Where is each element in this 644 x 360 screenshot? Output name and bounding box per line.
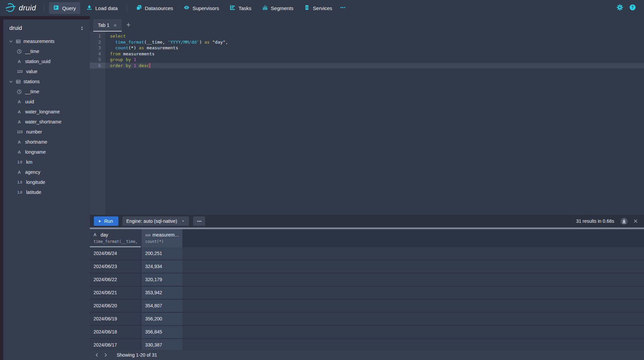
run-button-label: Run: [104, 218, 113, 224]
tree-column-km[interactable]: 1.0km: [3, 157, 90, 167]
nav-item-label: Supervisors: [192, 5, 219, 11]
tree-column-shortname[interactable]: Ashortname: [3, 137, 90, 147]
nav-item-tasks[interactable]: Tasks: [225, 2, 255, 14]
line-number: 2: [90, 39, 105, 45]
tree-table-label: measurements: [23, 39, 55, 44]
run-bar: Run Engine: auto (sql-native) 31 results…: [90, 215, 644, 227]
tree-column-water-longname[interactable]: Awater_longname: [3, 107, 90, 117]
tree-column-value[interactable]: 123value: [3, 66, 90, 76]
string-type-icon: A: [17, 119, 22, 124]
prev-page-button[interactable]: [93, 351, 101, 359]
query-more-button[interactable]: [193, 216, 205, 226]
nav-item-supervisors[interactable]: Supervisors: [179, 2, 223, 14]
plus-icon: [126, 22, 131, 29]
nav-item-query[interactable]: Query: [49, 2, 80, 14]
nav-item-services[interactable]: Services: [300, 2, 337, 14]
cell-measurements[interactable]: 356,845: [141, 326, 182, 339]
tree-column-label: __time: [25, 89, 39, 94]
download-results-button[interactable]: [620, 217, 628, 225]
cell-day[interactable]: 2024/06/20: [90, 300, 141, 313]
cell-measurements[interactable]: 200,251: [141, 247, 182, 260]
string-type-icon: A: [17, 140, 22, 145]
column-header-day[interactable]: Adaytime_format(__time, …: [90, 229, 141, 247]
cell-day[interactable]: 2024/06/19: [90, 313, 141, 326]
cell-day[interactable]: 2024/06/18: [90, 326, 141, 339]
cell-measurements[interactable]: 356,200: [141, 313, 182, 326]
nav-more-button[interactable]: [337, 2, 349, 14]
tree-table-stations[interactable]: stations: [3, 76, 90, 87]
engine-select[interactable]: Engine: auto (sql-native): [122, 216, 189, 226]
new-tab-button[interactable]: [122, 19, 135, 32]
table-row: 2024/06/17330,387: [90, 339, 644, 350]
cell-measurements[interactable]: 320,179: [141, 273, 182, 287]
tree-column--time[interactable]: __time: [3, 87, 90, 97]
table-row: 2024/06/20354,807: [90, 300, 644, 313]
close-results-icon[interactable]: [633, 219, 638, 223]
cell-day[interactable]: 2024/06/24: [90, 247, 141, 260]
cell-measurements[interactable]: 324,934: [141, 260, 182, 273]
run-button[interactable]: Run: [94, 216, 118, 226]
tree-column-station-uuid[interactable]: Astation_uuid: [3, 56, 90, 66]
nav-item-load-data[interactable]: Load data: [82, 2, 122, 14]
nav-item-segments[interactable]: Segments: [258, 2, 298, 14]
results-body: 2024/06/24200,2512024/06/23324,9342024/0…: [90, 247, 644, 350]
tree-column-latitude[interactable]: 1.0latitude: [3, 187, 90, 197]
code-line-1: 1select: [90, 33, 644, 39]
cell-day[interactable]: 2024/06/17: [90, 339, 141, 350]
tree-column--time[interactable]: __time: [3, 46, 90, 56]
help-button[interactable]: ?: [629, 4, 636, 12]
tree-column-label: __time: [25, 49, 39, 54]
tree-table-label: stations: [23, 79, 40, 84]
float-type-icon: 1.0: [17, 160, 23, 164]
cell-day[interactable]: 2024/06/21: [90, 287, 141, 300]
navbar-right: ?: [617, 4, 639, 12]
tree-column-label: longitude: [26, 179, 45, 185]
tree-column-uuid[interactable]: Auuid: [3, 97, 90, 107]
results-summary: 31 results in 0.68s: [576, 218, 614, 224]
tree-column-water-shortname[interactable]: Awater_shortname: [3, 117, 90, 127]
row-filler: [182, 326, 644, 339]
tree-column-number[interactable]: 123number: [3, 127, 90, 137]
next-page-button[interactable]: [101, 351, 110, 359]
tree-column-label: water_shortname: [25, 119, 61, 124]
double-caret-sort-icon[interactable]: [79, 26, 84, 31]
query-view: Tab 1 1select2 time_format(__time, 'YYYY…: [90, 16, 644, 360]
sql-editor[interactable]: 1select2 time_format(__time, 'YYYY/MM/dd…: [90, 32, 644, 215]
datasources-icon: [136, 5, 142, 11]
tab-bar: Tab 1: [90, 16, 644, 32]
cell-measurements[interactable]: 354,807: [141, 300, 182, 313]
line-number: 1: [90, 33, 105, 39]
cell-day[interactable]: 2024/06/23: [90, 260, 141, 273]
tab-query-1[interactable]: Tab 1: [93, 19, 122, 32]
line-number: 5: [90, 57, 105, 63]
console-icon: [53, 5, 59, 11]
settings-gear-button[interactable]: [617, 4, 623, 12]
cell-measurements[interactable]: 330,387: [141, 339, 182, 350]
table-row: 2024/06/23324,934: [90, 260, 644, 273]
schema-selector[interactable]: druid: [3, 19, 90, 34]
nav-item-datasources[interactable]: Datasources: [132, 2, 177, 14]
nav-item-label: Datasources: [145, 5, 173, 11]
tree-column-longname[interactable]: Alongname: [3, 147, 90, 157]
tree-column-label: longname: [25, 149, 46, 155]
tree-column-label: number: [26, 129, 42, 135]
tree-table-measurements[interactable]: measurements: [3, 36, 90, 46]
cell-measurements[interactable]: 353,942: [141, 287, 182, 300]
float-type-icon: 1.0: [17, 181, 23, 184]
chevron-down-icon: [9, 80, 13, 84]
tree-column-longitude[interactable]: 1.0longitude: [3, 177, 90, 187]
tree-column-label: station_uuid: [25, 59, 51, 64]
column-name: day: [101, 232, 108, 238]
row-filler: [182, 300, 644, 313]
row-filler: [182, 247, 644, 260]
navbar-divider: [44, 4, 44, 12]
tab-close-icon[interactable]: [113, 23, 117, 27]
code-line-3: 3 count(*) as measurements: [90, 45, 644, 51]
navbar-divider: [127, 4, 127, 12]
column-header-measurem-[interactable]: 123measurem…count(*): [141, 229, 182, 247]
string-type-icon: A: [17, 150, 22, 155]
line-number: 6: [90, 63, 105, 69]
tree-column-agency[interactable]: Aagency: [3, 167, 90, 177]
cell-day[interactable]: 2024/06/22: [90, 273, 141, 287]
navbar: druid QueryLoad data DatasourcesSupervis…: [0, 0, 644, 16]
